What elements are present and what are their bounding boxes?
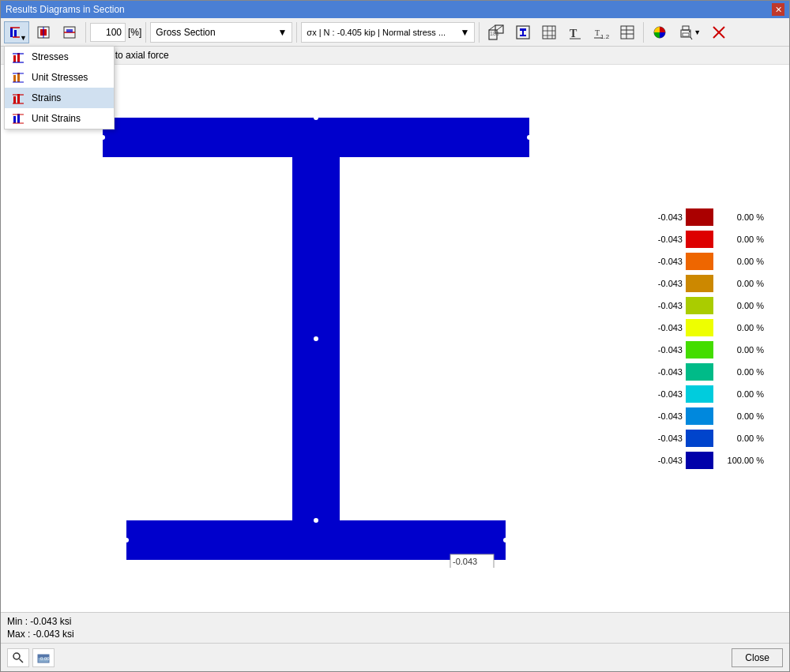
angle-view-icon: 180: [487, 24, 505, 41]
close-x-btn[interactable]: [707, 21, 731, 43]
legend-right-value: 0.00 %: [717, 257, 764, 266]
svg-line-13: [497, 25, 503, 30]
separator-2: [145, 22, 146, 43]
legend-right-value: 0.00 %: [717, 345, 764, 355]
legend-row: -0.043 0.00 %: [639, 295, 781, 316]
legend-row: -0.043 0.00 %: [639, 229, 781, 250]
view-btn-1[interactable]: 180: [483, 21, 509, 43]
search-icon: [12, 651, 24, 664]
svg-rect-29: [621, 26, 634, 39]
type-dropdown-button[interactable]: ▼: [4, 21, 29, 43]
max-value-label: Max : -0.043 ksi: [7, 629, 783, 640]
svg-rect-58: [13, 55, 16, 62]
legend-left-value: -0.043: [639, 456, 683, 465]
text-btn-2[interactable]: T 1.2.3: [589, 21, 613, 43]
legend-row: -0.043 0.00 %: [639, 207, 781, 227]
legend-left-value: -0.043: [639, 301, 683, 310]
legend-color-swatch: [686, 275, 713, 292]
svg-point-37: [689, 31, 690, 32]
unit-strain-icon: [13, 112, 25, 125]
legend-left-value: -0.043: [639, 235, 683, 244]
table-btn[interactable]: [615, 21, 639, 43]
color-btn[interactable]: [648, 21, 672, 43]
separator-4: [479, 22, 480, 43]
legend-color-swatch: [686, 430, 713, 447]
section-dropdown[interactable]: Gross Section ▼: [150, 22, 292, 43]
legend-right-value: 0.00 %: [717, 212, 764, 222]
info-btn[interactable]: 0.00: [32, 648, 55, 667]
svg-text:T: T: [570, 28, 577, 39]
dropdown-item-stresses[interactable]: Stresses: [5, 47, 114, 67]
svg-rect-41: [103, 118, 529, 157]
color-palette-icon: [652, 24, 668, 40]
legend-right-value: 100.00 %: [717, 456, 764, 465]
diagram-icon-1: [36, 24, 51, 40]
legend-row: -0.043 0.00 %: [639, 251, 781, 272]
dropdown-menu: Stresses Unit Stresses Strains Unit Stra…: [4, 46, 115, 130]
svg-rect-35: [683, 26, 689, 30]
svg-text:180: 180: [490, 31, 499, 36]
legend-row: -0.043 0.00 %: [639, 362, 781, 382]
legend-right-value: 0.00 %: [717, 389, 764, 399]
search-btn[interactable]: [7, 648, 29, 667]
svg-line-38: [690, 37, 692, 39]
stress-dropdown-label: σx | N : -0.405 kip | Normal stress ...: [307, 28, 446, 37]
svg-rect-16: [520, 28, 526, 31]
svg-rect-59: [17, 53, 20, 62]
section-dropdown-label: Gross Section: [156, 27, 215, 38]
legend-area: -0.043 0.00 % -0.043 0.00 % -0.043 0.00 …: [631, 65, 789, 612]
svg-rect-18: [520, 35, 526, 36]
legend-right-value: 0.00 %: [717, 434, 764, 443]
view-btn-2[interactable]: [511, 21, 535, 43]
canvas-area: -0.043: [1, 65, 631, 612]
view-btn-3[interactable]: [537, 21, 561, 43]
stress-dropdown-arrow: ▼: [460, 27, 469, 38]
bottom-left-tools: 0.00: [7, 648, 55, 667]
svg-point-50: [503, 538, 508, 542]
svg-point-44: [314, 115, 318, 120]
legend-right-value: 0.00 %: [717, 279, 764, 288]
legend-row: -0.043 0.00 %: [639, 428, 781, 449]
svg-line-12: [489, 25, 495, 30]
svg-text:0.00: 0.00: [40, 656, 50, 661]
toolbar: ▼ [%] Gross Section ▼: [1, 18, 789, 47]
svg-rect-36: [683, 33, 689, 36]
dropdown-item-strains[interactable]: Strains: [5, 88, 114, 108]
close-x-icon: [711, 24, 727, 40]
legend-row: -0.043 0.00 %: [639, 384, 781, 404]
diagram-btn-2[interactable]: [58, 21, 81, 43]
legend-left-value: -0.043: [639, 389, 683, 399]
window-title: Results Diagrams in Section: [6, 4, 125, 15]
svg-text:1.2.3: 1.2.3: [600, 33, 609, 40]
stress-dropdown[interactable]: σx | N : -0.405 kip | Normal stress ... …: [301, 22, 475, 43]
table-icon: [619, 24, 635, 40]
svg-point-49: [124, 538, 129, 542]
legend-color-swatch: [686, 363, 713, 381]
legend-left-value: -0.043: [639, 367, 683, 377]
text-btn-1[interactable]: T: [563, 21, 587, 43]
legend-row: -0.043 100.00 %: [639, 450, 781, 471]
legend-row: -0.043 0.00 %: [639, 406, 781, 426]
zoom-input[interactable]: [90, 23, 126, 42]
svg-point-45: [100, 135, 105, 140]
svg-rect-43: [126, 520, 506, 560]
svg-rect-62: [13, 75, 16, 82]
diagram-btn-1[interactable]: [32, 21, 55, 43]
window-close-button[interactable]: ✕: [772, 3, 784, 16]
legend-row: -0.043 0.00 %: [639, 317, 781, 338]
unit-stress-icon: [13, 71, 25, 84]
legend-color-swatch: [686, 231, 713, 248]
print-btn[interactable]: ▼: [674, 21, 705, 43]
info-bar: A992 Normal stress due to axial force: [1, 47, 789, 65]
separator-5: [643, 22, 644, 43]
svg-rect-63: [17, 73, 20, 82]
title-bar: Results Diagrams in Section ✕: [1, 1, 789, 18]
svg-point-46: [527, 135, 532, 140]
legend-color-swatch: [686, 341, 713, 359]
dropdown-item-unit-stresses[interactable]: Unit Stresses: [5, 67, 114, 88]
dropdown-item-unit-strains[interactable]: Unit Strains: [5, 108, 114, 129]
close-button[interactable]: Close: [732, 648, 783, 667]
legend-right-value: 0.00 %: [717, 235, 764, 244]
svg-rect-1: [14, 30, 17, 37]
dropdown-item-label: Stresses: [32, 51, 69, 62]
